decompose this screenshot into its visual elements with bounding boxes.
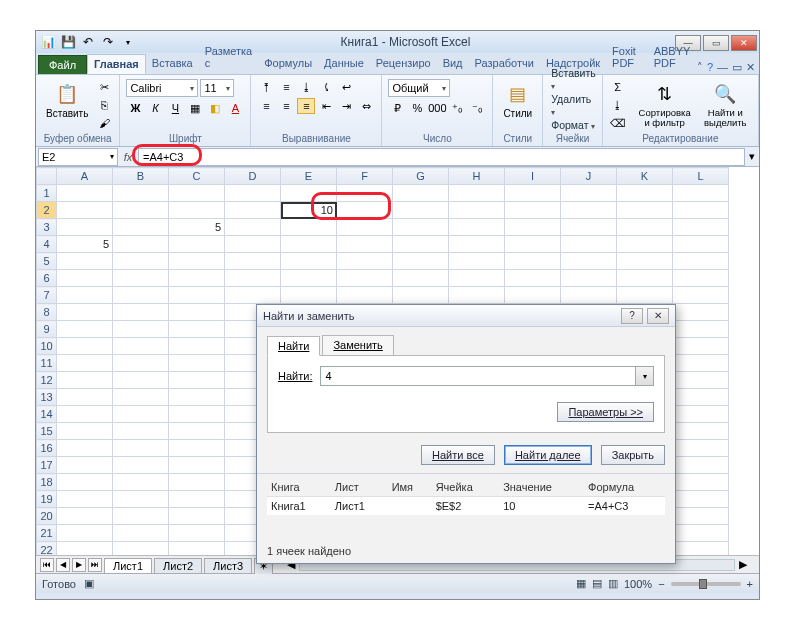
- cell-L5[interactable]: [673, 253, 729, 270]
- cell-J3[interactable]: [561, 219, 617, 236]
- expand-formula-bar-icon[interactable]: ▾: [745, 150, 759, 163]
- cell-L6[interactable]: [673, 270, 729, 287]
- col-cell[interactable]: Ячейка: [432, 478, 499, 497]
- cell-K7[interactable]: [617, 287, 673, 304]
- align-right-icon[interactable]: ≡: [297, 98, 315, 114]
- fill-color-icon[interactable]: ◧: [206, 100, 224, 116]
- cell-J2[interactable]: [561, 202, 617, 219]
- sheet-nav-last[interactable]: ⏭: [88, 558, 102, 572]
- cell-D2[interactable]: [225, 202, 281, 219]
- dialog-close-btn[interactable]: Закрыть: [601, 445, 665, 465]
- cell-L14[interactable]: [673, 406, 729, 423]
- cell-L11[interactable]: [673, 355, 729, 372]
- bold-icon[interactable]: Ж: [126, 100, 144, 116]
- cell-K3[interactable]: [617, 219, 673, 236]
- view-normal-icon[interactable]: ▦: [576, 577, 586, 590]
- cell-C6[interactable]: [169, 270, 225, 287]
- cell-D7[interactable]: [225, 287, 281, 304]
- cell-L15[interactable]: [673, 423, 729, 440]
- cell-D5[interactable]: [225, 253, 281, 270]
- orientation-icon[interactable]: ⤹: [317, 79, 335, 95]
- cell-B21[interactable]: [113, 525, 169, 542]
- help-icon[interactable]: ?: [707, 61, 713, 74]
- col-value[interactable]: Значение: [499, 478, 584, 497]
- cell-L20[interactable]: [673, 508, 729, 525]
- col-header-I[interactable]: I: [505, 168, 561, 185]
- doc-min-icon[interactable]: —: [717, 61, 728, 74]
- row-header-7[interactable]: 7: [37, 287, 57, 304]
- row-header-2[interactable]: 2: [37, 202, 57, 219]
- row-header-20[interactable]: 20: [37, 508, 57, 525]
- cell-J4[interactable]: [561, 236, 617, 253]
- fx-icon[interactable]: fx: [118, 151, 138, 163]
- row-header-12[interactable]: 12: [37, 372, 57, 389]
- cell-A21[interactable]: [57, 525, 113, 542]
- cell-A10[interactable]: [57, 338, 113, 355]
- tab-formulas[interactable]: Формулы: [258, 54, 318, 74]
- cell-B3[interactable]: [113, 219, 169, 236]
- cell-I3[interactable]: [505, 219, 561, 236]
- undo-icon[interactable]: ↶: [80, 34, 96, 50]
- close-button[interactable]: ✕: [731, 35, 757, 51]
- ribbon-min-icon[interactable]: ˄: [697, 61, 703, 74]
- cell-B14[interactable]: [113, 406, 169, 423]
- col-header-D[interactable]: D: [225, 168, 281, 185]
- tab-developer[interactable]: Разработчи: [469, 54, 540, 74]
- cell-A20[interactable]: [57, 508, 113, 525]
- cell-A1[interactable]: [57, 185, 113, 202]
- currency-icon[interactable]: ₽: [388, 100, 406, 116]
- sheet-tab-3[interactable]: Лист3: [204, 558, 252, 573]
- cell-D4[interactable]: [225, 236, 281, 253]
- cell-I5[interactable]: [505, 253, 561, 270]
- dialog-help-button[interactable]: ?: [621, 308, 643, 324]
- inc-decimal-icon[interactable]: ⁺₀: [448, 100, 466, 116]
- redo-icon[interactable]: ↷: [100, 34, 116, 50]
- cell-L2[interactable]: [673, 202, 729, 219]
- tab-review[interactable]: Рецензиро: [370, 54, 437, 74]
- view-break-icon[interactable]: ▥: [608, 577, 618, 590]
- cell-C4[interactable]: [169, 236, 225, 253]
- tab-home[interactable]: Главная: [87, 54, 146, 74]
- align-top-icon[interactable]: ⭱: [257, 79, 275, 95]
- cell-B4[interactable]: [113, 236, 169, 253]
- formula-input[interactable]: [138, 148, 745, 166]
- cell-A2[interactable]: [57, 202, 113, 219]
- cell-L8[interactable]: [673, 304, 729, 321]
- cell-F7[interactable]: [337, 287, 393, 304]
- cell-L18[interactable]: [673, 474, 729, 491]
- comma-icon[interactable]: 000: [428, 100, 446, 116]
- cell-C8[interactable]: [169, 304, 225, 321]
- row-header-13[interactable]: 13: [37, 389, 57, 406]
- cell-L13[interactable]: [673, 389, 729, 406]
- cell-B19[interactable]: [113, 491, 169, 508]
- cell-A16[interactable]: [57, 440, 113, 457]
- cell-K5[interactable]: [617, 253, 673, 270]
- row-header-22[interactable]: 22: [37, 542, 57, 556]
- cell-K4[interactable]: [617, 236, 673, 253]
- cell-I7[interactable]: [505, 287, 561, 304]
- cell-A8[interactable]: [57, 304, 113, 321]
- find-select-button[interactable]: 🔍 Найти и выделить: [699, 79, 752, 131]
- cell-L3[interactable]: [673, 219, 729, 236]
- tab-foxit[interactable]: Foxit PDF: [606, 42, 648, 74]
- sheet-nav-prev[interactable]: ◀: [56, 558, 70, 572]
- cell-E5[interactable]: [281, 253, 337, 270]
- col-header-G[interactable]: G: [393, 168, 449, 185]
- cell-C18[interactable]: [169, 474, 225, 491]
- cell-B1[interactable]: [113, 185, 169, 202]
- row-header-16[interactable]: 16: [37, 440, 57, 457]
- col-header-J[interactable]: J: [561, 168, 617, 185]
- tab-file[interactable]: Файл: [38, 55, 87, 74]
- col-formula[interactable]: Формула: [584, 478, 665, 497]
- name-box[interactable]: E2▾: [38, 148, 118, 166]
- cell-L16[interactable]: [673, 440, 729, 457]
- border-icon[interactable]: ▦: [186, 100, 204, 116]
- cell-L21[interactable]: [673, 525, 729, 542]
- cell-C16[interactable]: [169, 440, 225, 457]
- cell-C20[interactable]: [169, 508, 225, 525]
- cell-C5[interactable]: [169, 253, 225, 270]
- zoom-out-icon[interactable]: −: [658, 578, 664, 590]
- cell-L9[interactable]: [673, 321, 729, 338]
- cell-I6[interactable]: [505, 270, 561, 287]
- cell-G3[interactable]: [393, 219, 449, 236]
